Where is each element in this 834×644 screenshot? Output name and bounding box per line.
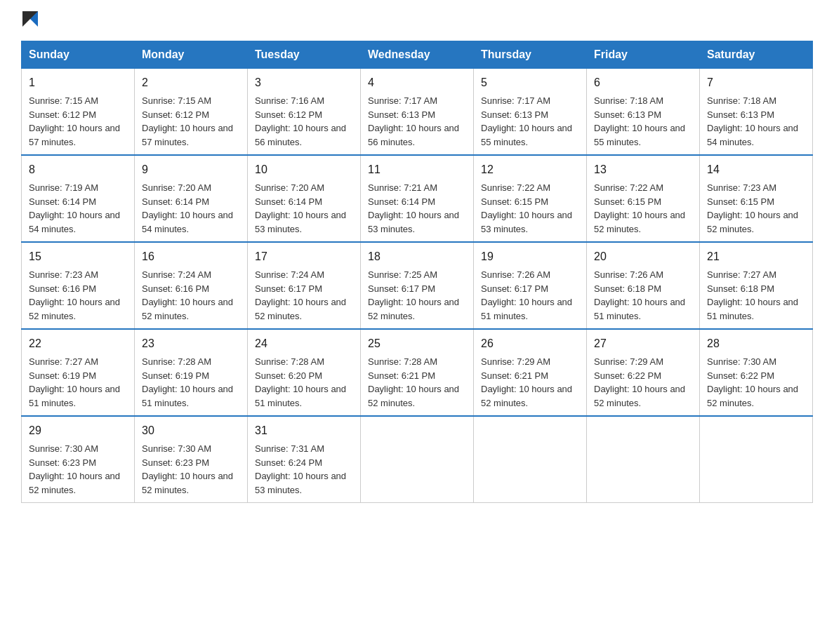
sunrise-label: Sunrise: 7:30 AM: [142, 443, 211, 454]
daylight-label: Daylight: 10 hours and 55 minutes.: [594, 123, 685, 147]
daylight-label: Daylight: 10 hours and 53 minutes.: [255, 471, 346, 495]
calendar-cell: 25 Sunrise: 7:28 AM Sunset: 6:21 PM Dayl…: [361, 329, 474, 416]
calendar-cell: 1 Sunrise: 7:15 AM Sunset: 6:12 PM Dayli…: [22, 69, 135, 156]
daylight-label: Daylight: 10 hours and 51 minutes.: [481, 297, 572, 321]
day-number: 15: [29, 248, 127, 265]
sunrise-label: Sunrise: 7:24 AM: [142, 269, 211, 280]
day-number: 20: [594, 248, 692, 265]
daylight-label: Daylight: 10 hours and 51 minutes.: [255, 384, 346, 408]
daylight-label: Daylight: 10 hours and 55 minutes.: [481, 123, 572, 147]
day-number: 31: [255, 422, 353, 439]
sunset-label: Sunset: 6:12 PM: [29, 109, 96, 120]
day-number: 16: [142, 248, 240, 265]
logo: [21, 14, 38, 27]
weekday-header-thursday: Thursday: [474, 41, 587, 69]
sunset-label: Sunset: 6:17 PM: [481, 283, 548, 294]
sunrise-label: Sunrise: 7:15 AM: [29, 95, 98, 106]
logo-icon: [22, 11, 38, 27]
sunrise-label: Sunrise: 7:18 AM: [707, 95, 776, 106]
weekday-header-saturday: Saturday: [700, 41, 813, 69]
sunset-label: Sunset: 6:23 PM: [142, 457, 209, 468]
sunrise-label: Sunrise: 7:18 AM: [594, 95, 663, 106]
calendar-header-row: SundayMondayTuesdayWednesdayThursdayFrid…: [22, 41, 813, 69]
sunrise-label: Sunrise: 7:22 AM: [594, 182, 663, 193]
daylight-label: Daylight: 10 hours and 51 minutes.: [142, 384, 233, 408]
calendar-cell: 23 Sunrise: 7:28 AM Sunset: 6:19 PM Dayl…: [135, 329, 248, 416]
daylight-label: Daylight: 10 hours and 51 minutes.: [29, 384, 120, 408]
calendar-cell: 8 Sunrise: 7:19 AM Sunset: 6:14 PM Dayli…: [22, 155, 135, 242]
calendar-cell: [587, 416, 700, 503]
day-number: 22: [29, 335, 127, 352]
daylight-label: Daylight: 10 hours and 52 minutes.: [594, 210, 685, 234]
weekday-header-wednesday: Wednesday: [361, 41, 474, 69]
day-number: 21: [707, 248, 805, 265]
sunset-label: Sunset: 6:15 PM: [594, 196, 661, 207]
calendar-week-row: 15 Sunrise: 7:23 AM Sunset: 6:16 PM Dayl…: [22, 242, 813, 329]
daylight-label: Daylight: 10 hours and 57 minutes.: [29, 123, 120, 147]
sunset-label: Sunset: 6:22 PM: [594, 370, 661, 381]
sunrise-label: Sunrise: 7:22 AM: [481, 182, 550, 193]
calendar-cell: 13 Sunrise: 7:22 AM Sunset: 6:15 PM Dayl…: [587, 155, 700, 242]
sunrise-label: Sunrise: 7:15 AM: [142, 95, 211, 106]
sunrise-label: Sunrise: 7:30 AM: [707, 356, 776, 367]
day-number: 1: [29, 74, 127, 91]
day-number: 5: [481, 74, 579, 91]
day-number: 14: [707, 161, 805, 178]
calendar-cell: [361, 416, 474, 503]
day-number: 11: [368, 161, 466, 178]
sunrise-label: Sunrise: 7:27 AM: [707, 269, 776, 280]
daylight-label: Daylight: 10 hours and 52 minutes.: [29, 297, 120, 321]
sunset-label: Sunset: 6:19 PM: [142, 370, 209, 381]
sunrise-label: Sunrise: 7:23 AM: [707, 182, 776, 193]
sunset-label: Sunset: 6:13 PM: [481, 109, 548, 120]
calendar-cell: 29 Sunrise: 7:30 AM Sunset: 6:23 PM Dayl…: [22, 416, 135, 503]
calendar-cell: 15 Sunrise: 7:23 AM Sunset: 6:16 PM Dayl…: [22, 242, 135, 329]
sunset-label: Sunset: 6:13 PM: [707, 109, 774, 120]
daylight-label: Daylight: 10 hours and 51 minutes.: [594, 297, 685, 321]
weekday-header-monday: Monday: [135, 41, 248, 69]
sunrise-label: Sunrise: 7:23 AM: [29, 269, 98, 280]
day-number: 9: [142, 161, 240, 178]
sunrise-label: Sunrise: 7:29 AM: [481, 356, 550, 367]
day-number: 29: [29, 422, 127, 439]
day-number: 19: [481, 248, 579, 265]
sunrise-label: Sunrise: 7:20 AM: [255, 182, 324, 193]
calendar-cell: 27 Sunrise: 7:29 AM Sunset: 6:22 PM Dayl…: [587, 329, 700, 416]
sunset-label: Sunset: 6:15 PM: [481, 196, 548, 207]
daylight-label: Daylight: 10 hours and 54 minutes.: [29, 210, 120, 234]
day-number: 13: [594, 161, 692, 178]
calendar-cell: 11 Sunrise: 7:21 AM Sunset: 6:14 PM Dayl…: [361, 155, 474, 242]
calendar-cell: 22 Sunrise: 7:27 AM Sunset: 6:19 PM Dayl…: [22, 329, 135, 416]
sunset-label: Sunset: 6:14 PM: [29, 196, 96, 207]
sunset-label: Sunset: 6:13 PM: [368, 109, 435, 120]
sunrise-label: Sunrise: 7:29 AM: [594, 356, 663, 367]
calendar-cell: 9 Sunrise: 7:20 AM Sunset: 6:14 PM Dayli…: [135, 155, 248, 242]
day-number: 18: [368, 248, 466, 265]
calendar-cell: 14 Sunrise: 7:23 AM Sunset: 6:15 PM Dayl…: [700, 155, 813, 242]
daylight-label: Daylight: 10 hours and 52 minutes.: [29, 471, 120, 495]
sunset-label: Sunset: 6:14 PM: [142, 196, 209, 207]
daylight-label: Daylight: 10 hours and 51 minutes.: [707, 297, 798, 321]
day-number: 8: [29, 161, 127, 178]
sunset-label: Sunset: 6:22 PM: [707, 370, 774, 381]
sunset-label: Sunset: 6:24 PM: [255, 457, 322, 468]
day-number: 10: [255, 161, 353, 178]
sunset-label: Sunset: 6:12 PM: [142, 109, 209, 120]
calendar-cell: 30 Sunrise: 7:30 AM Sunset: 6:23 PM Dayl…: [135, 416, 248, 503]
day-number: 4: [368, 74, 466, 91]
calendar-cell: 20 Sunrise: 7:26 AM Sunset: 6:18 PM Dayl…: [587, 242, 700, 329]
calendar-cell: 4 Sunrise: 7:17 AM Sunset: 6:13 PM Dayli…: [361, 69, 474, 156]
sunrise-label: Sunrise: 7:26 AM: [594, 269, 663, 280]
calendar-cell: 17 Sunrise: 7:24 AM Sunset: 6:17 PM Dayl…: [248, 242, 361, 329]
day-number: 27: [594, 335, 692, 352]
daylight-label: Daylight: 10 hours and 53 minutes.: [368, 210, 459, 234]
day-number: 7: [707, 74, 805, 91]
sunrise-label: Sunrise: 7:28 AM: [142, 356, 211, 367]
day-number: 2: [142, 74, 240, 91]
calendar-cell: 6 Sunrise: 7:18 AM Sunset: 6:13 PM Dayli…: [587, 69, 700, 156]
weekday-header-tuesday: Tuesday: [248, 41, 361, 69]
calendar-cell: 28 Sunrise: 7:30 AM Sunset: 6:22 PM Dayl…: [700, 329, 813, 416]
sunrise-label: Sunrise: 7:17 AM: [368, 95, 437, 106]
sunset-label: Sunset: 6:15 PM: [707, 196, 774, 207]
sunset-label: Sunset: 6:18 PM: [707, 283, 774, 294]
